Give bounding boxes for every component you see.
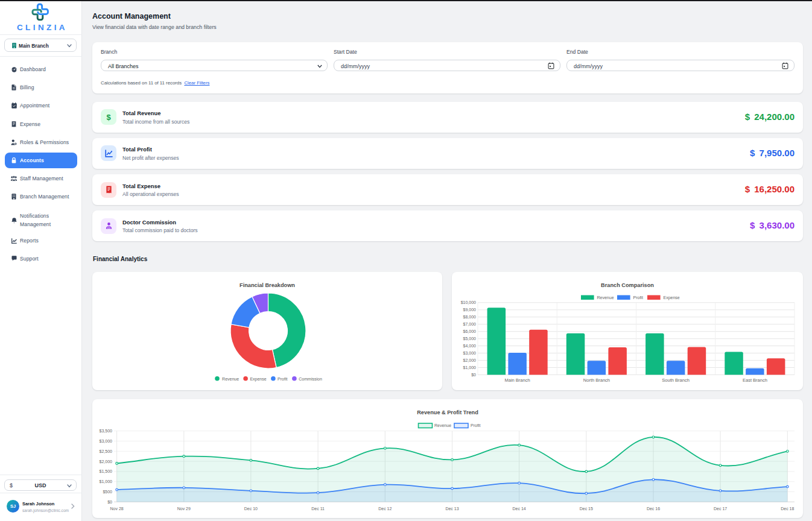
svg-text:Dec 11: Dec 11 (311, 507, 325, 511)
svg-text:Profit: Profit (633, 295, 643, 300)
svg-text:$7,000: $7,000 (463, 322, 477, 326)
svg-text:$9,000: $9,000 (463, 308, 477, 312)
svg-text:Dec 13: Dec 13 (445, 507, 458, 511)
svg-text:$1,500: $1,500 (100, 469, 113, 473)
svg-text:$3,000: $3,000 (100, 439, 113, 443)
svg-text:$5,000: $5,000 (463, 336, 477, 341)
svg-text:$500: $500 (103, 490, 112, 494)
svg-text:Dec 17: Dec 17 (714, 507, 727, 511)
svg-text:Dec 18: Dec 18 (781, 507, 794, 511)
svg-text:$1,000: $1,000 (100, 479, 113, 484)
svg-text:Profit: Profit (471, 423, 480, 428)
svg-text:$0: $0 (107, 500, 112, 504)
svg-text:Commission: Commission (299, 376, 322, 380)
svg-text:$1,000: $1,000 (463, 365, 477, 370)
svg-text:$2,000: $2,000 (100, 459, 113, 464)
svg-text:$2,000: $2,000 (463, 358, 477, 362)
svg-text:Revenue: Revenue (597, 295, 614, 300)
svg-text:$4,000: $4,000 (463, 344, 477, 348)
svg-text:Dec 12: Dec 12 (378, 507, 392, 511)
svg-text:Dec 14: Dec 14 (513, 507, 526, 511)
svg-text:Expense: Expense (664, 295, 680, 300)
svg-text:Profit: Profit (278, 376, 287, 380)
svg-text:$2,500: $2,500 (100, 449, 113, 453)
svg-text:Revenue: Revenue (434, 423, 451, 428)
svg-text:Main Branch: Main Branch (505, 377, 530, 383)
svg-text:$6,000: $6,000 (463, 329, 477, 333)
svg-text:Nov 29: Nov 29 (177, 507, 191, 511)
svg-text:$0: $0 (471, 373, 476, 377)
svg-text:North Branch: North Branch (583, 377, 610, 383)
svg-text:Nov 28: Nov 28 (110, 507, 124, 511)
svg-text:Dec 15: Dec 15 (580, 507, 593, 511)
svg-text:Expense: Expense (250, 376, 266, 381)
svg-text:$8,000: $8,000 (463, 315, 477, 319)
svg-text:$3,000: $3,000 (463, 351, 477, 355)
svg-text:Dec 10: Dec 10 (244, 507, 258, 511)
svg-text:$3,500: $3,500 (100, 429, 113, 433)
svg-text:$10,000: $10,000 (461, 300, 476, 305)
svg-text:South Branch: South Branch (662, 377, 689, 383)
svg-text:Dec 16: Dec 16 (647, 507, 660, 511)
svg-text:East Branch: East Branch (743, 377, 767, 383)
svg-text:Revenue: Revenue (222, 376, 239, 380)
